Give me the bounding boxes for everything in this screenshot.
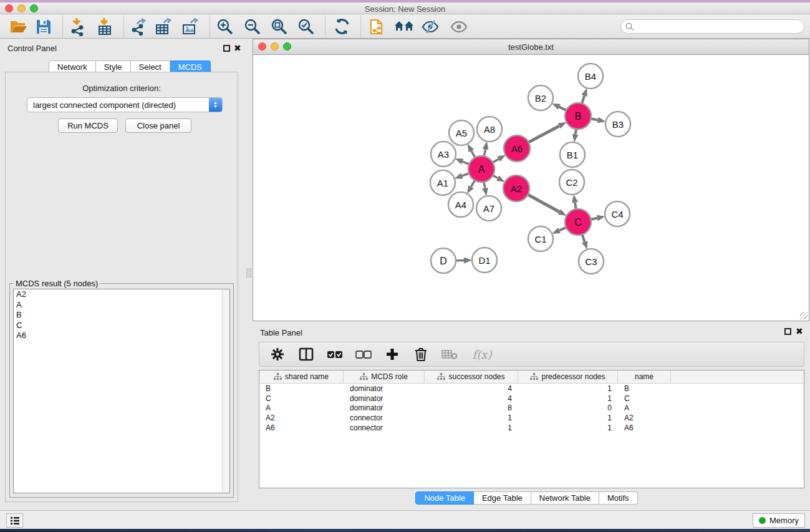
graph-node-A6[interactable]: A6 — [504, 135, 530, 162]
import-network-button[interactable] — [65, 16, 90, 37]
table-cell[interactable]: 1 — [518, 384, 618, 393]
graph-node-D[interactable]: D — [431, 248, 456, 273]
column-header-MCDS-role[interactable]: MCDS role — [344, 370, 425, 383]
table-row[interactable]: A2connector11A2 — [259, 413, 804, 423]
mcds-result-item[interactable]: C — [14, 321, 229, 331]
edge-A-A7[interactable] — [484, 182, 485, 188]
table-row[interactable]: Adominator80A — [259, 404, 804, 414]
edge-A-A2[interactable] — [493, 175, 498, 178]
table-cell[interactable]: dominator — [344, 384, 425, 393]
window-resize-grip[interactable] — [800, 312, 808, 319]
table-cell[interactable]: connector — [344, 423, 425, 432]
graph-node-C1[interactable]: C1 — [528, 226, 553, 251]
run-mcds-button[interactable]: Run MCDS — [58, 118, 118, 133]
edge-B-B1[interactable] — [576, 129, 576, 135]
show-details-button[interactable] — [446, 16, 471, 37]
graph-node-B4[interactable]: B4 — [578, 64, 603, 89]
graph-node-B1[interactable]: B1 — [560, 142, 585, 167]
table-tab-edge-table[interactable]: Edge Table — [474, 491, 531, 505]
edge-A6-B[interactable] — [529, 126, 559, 142]
table-tab-motifs[interactable]: Motifs — [599, 491, 638, 505]
graph-node-B3[interactable]: B3 — [605, 112, 630, 137]
search-input[interactable] — [634, 22, 804, 31]
edge-B-B3[interactable] — [591, 118, 598, 120]
titlebar[interactable]: Session: New Session — [0, 2, 810, 14]
network-graph-canvas[interactable]: B4B2BB3A5A8A6A3B1AA1C2A2A4A7C4CC1C3DD1 — [253, 55, 809, 321]
column-header-predecessor-nodes[interactable]: predecessor nodes — [518, 370, 618, 383]
memory-button[interactable]: Memory — [753, 513, 805, 528]
table-cell[interactable]: 0 — [518, 404, 618, 412]
graph-node-A1[interactable]: A1 — [430, 170, 455, 195]
table-cell[interactable]: 1 — [518, 414, 618, 422]
table-tab-network-table[interactable]: Network Table — [531, 491, 599, 505]
table-cell[interactable]: dominator — [344, 404, 425, 412]
node-table[interactable]: shared nameMCDS rolesuccessor nodesprede… — [259, 370, 804, 488]
graph-node-A3[interactable]: A3 — [431, 142, 456, 167]
graph-node-B[interactable]: B — [565, 103, 591, 129]
edge-B-B2[interactable] — [559, 107, 566, 110]
mcds-result-item[interactable]: B — [14, 310, 229, 321]
column-header-name[interactable]: name — [618, 370, 671, 383]
table-cell[interactable]: C — [259, 394, 344, 403]
export-network-button[interactable] — [126, 16, 151, 37]
table-cell[interactable]: 4 — [425, 384, 518, 393]
edge-A2-C[interactable] — [528, 195, 559, 212]
graph-node-A[interactable]: A — [468, 156, 494, 182]
export-image-button[interactable] — [178, 16, 203, 37]
table-cell[interactable]: 1 — [518, 394, 618, 403]
function-builder-button[interactable]: f(x) — [468, 344, 496, 364]
edge-A-A5[interactable] — [471, 151, 475, 158]
refresh-layout-button[interactable] — [329, 16, 354, 37]
search-field[interactable] — [620, 19, 804, 34]
table-cell[interactable]: A — [259, 404, 344, 412]
table-cell[interactable]: 1 — [425, 414, 518, 422]
zoom-out-button[interactable] — [240, 16, 265, 37]
scrollbar[interactable] — [222, 289, 229, 493]
save-session-button[interactable] — [31, 16, 56, 37]
table-cell[interactable]: B — [259, 384, 344, 393]
edge-C-C1[interactable] — [559, 228, 566, 231]
graph-node-A8[interactable]: A8 — [477, 117, 502, 142]
zoom-fit-button[interactable] — [267, 16, 292, 37]
zoom-selected-button[interactable] — [294, 16, 319, 37]
select-all-button[interactable] — [325, 344, 345, 364]
edge-A-A6[interactable] — [493, 159, 498, 162]
graph-node-A5[interactable]: A5 — [449, 120, 474, 145]
column-header-shared-name[interactable]: shared name — [259, 370, 344, 383]
graph-node-D1[interactable]: D1 — [472, 248, 497, 273]
criterion-dropdown[interactable]: largest connected component (directed) ▲… — [27, 97, 223, 112]
home-networks-button[interactable] — [392, 16, 417, 37]
graph-node-C[interactable]: C — [565, 209, 591, 235]
delete-table-button[interactable] — [440, 344, 460, 364]
table-tab-node-table[interactable]: Node Table — [415, 491, 474, 505]
table-cell[interactable]: C — [618, 394, 671, 403]
new-network-from-file-button[interactable] — [365, 16, 390, 37]
graph-node-A2[interactable]: A2 — [503, 175, 529, 201]
graph-node-C3[interactable]: C3 — [579, 249, 604, 274]
mcds-result-list[interactable]: A2ABCA6 — [13, 289, 230, 493]
edge-A-A4[interactable] — [471, 180, 475, 186]
hide-details-button[interactable] — [418, 16, 443, 37]
table-cell[interactable]: B — [618, 384, 671, 393]
mcds-result-item[interactable]: A6 — [14, 331, 229, 341]
table-row[interactable]: Cdominator41C — [259, 394, 804, 404]
table-cell[interactable]: A6 — [618, 423, 671, 432]
graph-node-B2[interactable]: B2 — [528, 85, 553, 110]
deselect-all-button[interactable] — [354, 344, 374, 364]
table-cell[interactable]: connector — [344, 414, 425, 422]
table-cell[interactable]: 1 — [425, 423, 518, 432]
float-panel-icon[interactable] — [223, 45, 230, 52]
column-header-successor-nodes[interactable]: successor nodes — [425, 370, 518, 383]
table-cell[interactable]: 4 — [425, 394, 518, 403]
splitter-handle[interactable] — [246, 268, 251, 278]
import-table-button[interactable] — [92, 16, 117, 37]
edge-B-B4[interactable] — [582, 95, 584, 103]
table-cell[interactable]: A — [618, 404, 671, 412]
graph-node-A4[interactable]: A4 — [448, 192, 473, 217]
close-panel-button[interactable]: Close panel — [125, 118, 191, 133]
network-window-titlebar[interactable]: testGlobe.txt — [253, 39, 809, 55]
table-cell[interactable]: A2 — [259, 414, 344, 422]
close-panel-icon[interactable]: ✖ — [234, 43, 241, 53]
export-table-button[interactable] — [152, 16, 176, 37]
table-cell[interactable]: A2 — [618, 414, 671, 422]
